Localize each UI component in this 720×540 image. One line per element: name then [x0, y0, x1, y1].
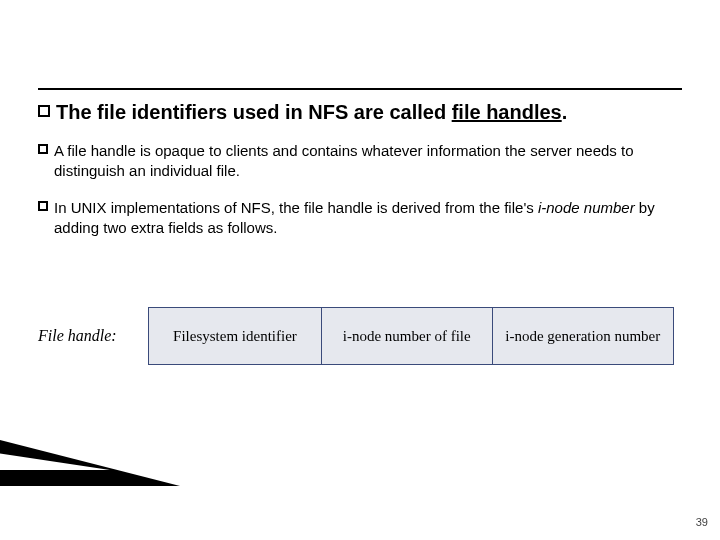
bullet-sub-1: A file handle is opaque to clients and c…: [38, 141, 682, 182]
bullet-square-icon: [38, 105, 50, 117]
content-area: The file identifiers used in NFS are cal…: [38, 100, 682, 254]
bullet-square-icon: [38, 201, 48, 211]
cell-filesystem-id: Filesystem identifier: [149, 308, 322, 365]
bullet-sub-2-italic: i-node number: [538, 199, 635, 216]
bullet-sub-2-prefix: In UNIX implementations of NFS, the file…: [54, 199, 538, 216]
bullet-main-text: The file identifiers used in NFS are cal…: [56, 100, 567, 125]
bullet-sub-1-text: A file handle is opaque to clients and c…: [54, 141, 682, 182]
decorative-wedge: [0, 440, 180, 486]
figure-label: File handle:: [38, 327, 117, 345]
cell-inode-generation: i-node generation number: [492, 308, 674, 365]
bullet-main-suffix: .: [562, 101, 568, 123]
page-number: 39: [696, 516, 708, 528]
table-row: Filesystem identifier i-node number of f…: [149, 308, 674, 365]
bullet-main-underlined: file handles: [452, 101, 562, 123]
bullet-sub-2-text: In UNIX implementations of NFS, the file…: [54, 198, 682, 239]
cell-inode-number: i-node number of file: [321, 308, 492, 365]
bullet-square-icon: [38, 144, 48, 154]
file-handle-table: Filesystem identifier i-node number of f…: [148, 307, 674, 365]
wedge-white-stripe: [0, 452, 110, 470]
file-handle-figure: File handle: Filesystem identifier i-nod…: [38, 305, 674, 385]
bullet-sub-2: In UNIX implementations of NFS, the file…: [38, 198, 682, 239]
slide: The file identifiers used in NFS are cal…: [0, 0, 720, 540]
bullet-main-prefix: The file identifiers used in NFS are cal…: [56, 101, 452, 123]
title-rule: [38, 88, 682, 90]
bullet-main: The file identifiers used in NFS are cal…: [38, 100, 682, 125]
